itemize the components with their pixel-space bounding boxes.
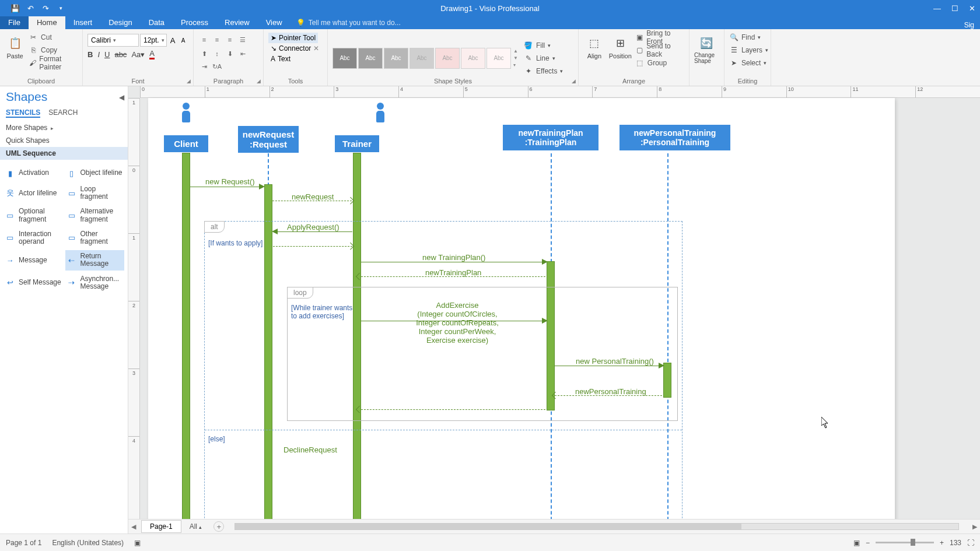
shape-self-message[interactable]: ↩Self Message [4, 273, 63, 293]
connector-tool-button[interactable]: ↘Connector✕ [268, 43, 321, 54]
more-shapes-item[interactable]: More Shapes▸ [0, 121, 128, 134]
tab-data[interactable]: Data [141, 16, 173, 29]
bullets-icon[interactable]: ☰ [237, 34, 249, 45]
align-button[interactable]: ⬚Align [583, 31, 606, 59]
cut-button[interactable]: ✂Cut [29, 31, 78, 43]
minimize-button[interactable]: — [933, 4, 941, 13]
increase-indent-icon[interactable]: ⇥ [198, 61, 210, 72]
line-button[interactable]: ✎Line▾ [524, 52, 563, 64]
client-actor-icon[interactable] [181, 103, 191, 124]
zoom-slider[interactable] [876, 542, 934, 543]
shape-actor-lifeline[interactable]: 웃Actor lifeline [4, 183, 63, 203]
qat-customize-icon[interactable]: ▾ [56, 3, 65, 13]
macro-record-icon[interactable]: ▣ [134, 539, 141, 547]
save-icon[interactable]: 💾 [10, 3, 20, 13]
add-page-button[interactable]: + [214, 521, 224, 532]
format-painter-button[interactable]: 🖌Format Painter [29, 57, 78, 69]
shape-style-7[interactable]: Abc [487, 48, 511, 69]
text-tool-button[interactable]: AText [268, 54, 293, 64]
strike-button[interactable]: abc [114, 50, 127, 59]
styles-up-icon[interactable]: ▲ [513, 48, 518, 54]
msg-ret-plan-end-line[interactable] [361, 409, 545, 410]
trainingplan-lifeline-head[interactable]: newTrainingPlan:TrainingPlan [503, 125, 598, 150]
close-button[interactable]: ✕ [969, 4, 975, 13]
bold-button[interactable]: B [88, 50, 93, 59]
shape-async-message[interactable]: ⇢Asynchron... Message [65, 273, 125, 293]
tab-view[interactable]: View [258, 16, 290, 29]
msg-new-request-line[interactable] [190, 187, 262, 187]
tab-review[interactable]: Review [216, 16, 258, 29]
send-back-button[interactable]: ▢Send to Back [635, 44, 684, 56]
personaltraining-lifeline-head[interactable]: newPersonalTraining:PersonalTraining [620, 125, 730, 150]
msg-apply-request-line[interactable] [273, 231, 352, 232]
maximize-button[interactable]: ☐ [951, 4, 958, 13]
find-button[interactable]: 🔍Find▾ [729, 31, 768, 43]
decrease-indent-icon[interactable]: ⇤ [237, 48, 249, 59]
pointer-tool-button[interactable]: ➤Pointer Tool [268, 33, 318, 43]
shape-alternative-fragment[interactable]: ▭Alternative fragment [65, 205, 125, 225]
align-left-icon[interactable]: ≡ [198, 34, 210, 45]
zoom-out-button[interactable]: − [866, 539, 870, 547]
page-tab-1[interactable]: Page-1 [141, 520, 181, 533]
tab-design[interactable]: Design [100, 16, 140, 29]
horizontal-scrollbar[interactable] [235, 523, 959, 530]
font-size-combo[interactable]: 12pt.▾ [140, 34, 167, 47]
align-top-icon[interactable]: ⬆ [198, 48, 210, 59]
paste-button[interactable]: 📋 Paste [5, 31, 25, 59]
styles-down-icon[interactable]: ▼ [513, 55, 518, 61]
shape-object-lifeline[interactable]: ▯Object lifeline [65, 166, 125, 181]
undo-icon[interactable]: ↶ [26, 3, 35, 13]
select-button[interactable]: ➤Select▾ [729, 57, 768, 69]
align-bottom-icon[interactable]: ⬇ [224, 48, 236, 59]
font-dialog-launcher[interactable]: ◢ [187, 78, 191, 84]
shapes-collapse-icon[interactable]: ◀ [119, 93, 124, 101]
fit-to-window-icon[interactable]: ⛶ [967, 539, 974, 547]
shape-loop-fragment[interactable]: ▭Loop fragment [65, 183, 125, 203]
zoom-level[interactable]: 133 [950, 539, 961, 547]
quick-shapes-item[interactable]: Quick Shapes [0, 134, 128, 147]
all-pages-button[interactable]: All ▴ [185, 521, 207, 532]
fill-button[interactable]: 🪣Fill▾ [524, 40, 563, 51]
styles-dialog-launcher[interactable]: ◢ [572, 78, 576, 84]
copy-button[interactable]: ⎘Copy [29, 44, 78, 56]
msg-new-trainingplan-line[interactable] [361, 262, 545, 262]
bring-front-button[interactable]: ▣Bring to Front [635, 31, 684, 43]
align-right-icon[interactable]: ≡ [224, 34, 236, 45]
trainer-lifeline-head[interactable]: Trainer [335, 135, 379, 152]
search-tab[interactable]: SEARCH [48, 108, 78, 118]
request-lifeline-head[interactable]: newRequest:Request [238, 126, 299, 153]
shape-message[interactable]: →Message [4, 250, 63, 270]
underline-button[interactable]: U [104, 50, 110, 59]
shape-optional-fragment[interactable]: ▭Optional fragment [4, 205, 63, 225]
msg-apply-reply-line[interactable] [273, 246, 352, 247]
zoom-in-button[interactable]: + [940, 539, 944, 547]
horizontal-scroll-thumb[interactable] [235, 524, 741, 529]
shape-style-3[interactable]: Abc [384, 48, 408, 69]
shape-style-5[interactable]: Abc [435, 48, 460, 69]
font-name-combo[interactable]: Calibri▾ [88, 34, 139, 47]
effects-button[interactable]: ✦Effects▾ [524, 65, 563, 77]
drawing-page[interactable]: Client newRequest:Request Trainer newTra… [148, 98, 895, 519]
tab-process[interactable]: Process [173, 16, 216, 29]
italic-button[interactable]: I [97, 50, 100, 59]
tab-home[interactable]: Home [29, 16, 65, 29]
shape-return-message[interactable]: ⇠Return Message [65, 250, 125, 270]
msg-new-personal-line[interactable] [555, 366, 662, 366]
shape-interaction-operand[interactable]: ▭Interaction operand [4, 228, 63, 248]
rotate-text-icon[interactable]: ↻A [211, 61, 223, 72]
tab-file[interactable]: File [0, 16, 29, 29]
tab-insert[interactable]: Insert [65, 16, 101, 29]
shape-other-fragment[interactable]: ▭Other fragment [65, 228, 125, 248]
align-center-icon[interactable]: ≡ [211, 34, 223, 45]
scroll-left-icon[interactable]: ◀ [128, 523, 139, 531]
styles-more-icon[interactable]: ▾ [513, 62, 518, 68]
client-activation[interactable] [182, 153, 190, 519]
stencils-tab[interactable]: STENCILS [6, 108, 40, 118]
presentation-mode-icon[interactable]: ▣ [853, 539, 860, 547]
tell-me-search[interactable]: 💡 Tell me what you want to do... [290, 16, 407, 29]
paragraph-dialog-launcher[interactable]: ◢ [257, 78, 261, 84]
layers-button[interactable]: ☰Layers▾ [729, 44, 768, 56]
client-lifeline-head[interactable]: Client [164, 135, 208, 152]
align-middle-icon[interactable]: ↕ [211, 48, 223, 59]
font-color-button[interactable]: A [149, 49, 155, 59]
